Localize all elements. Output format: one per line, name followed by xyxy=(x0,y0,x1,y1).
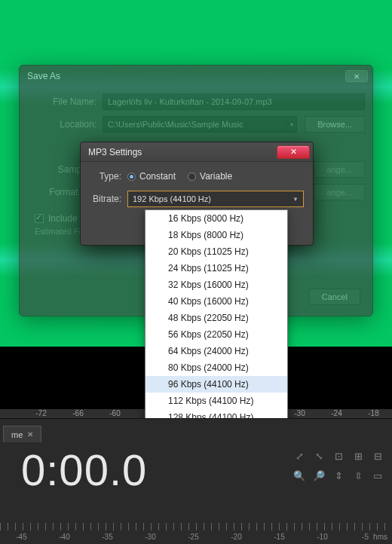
zoom-prev-icon[interactable]: ⊟ xyxy=(371,449,384,463)
bitrate-option[interactable]: 96 Kbps (44100 Hz) xyxy=(145,376,287,393)
bitrate-option[interactable]: 40 Kbps (16000 Hz) xyxy=(145,293,287,310)
radio-icon xyxy=(127,173,136,181)
zoom-sel-icon[interactable]: ⊞ xyxy=(351,449,365,463)
zoom-in-icon[interactable]: ⤢ xyxy=(292,449,306,463)
time-ruler: -45-40-35-30-25-20-15-10-5 hms xyxy=(0,518,392,541)
zoom-reset-icon[interactable]: ▭ xyxy=(371,469,384,482)
radio-icon xyxy=(188,173,196,181)
zoom-fit-icon[interactable]: ⊡ xyxy=(332,449,345,463)
bitrate-option[interactable]: 80 Kbps (24000 Hz) xyxy=(145,359,287,376)
chevron-down-icon: ▼ xyxy=(292,196,299,203)
mp3-title: MP3 Settings xyxy=(88,147,142,157)
zoom-toolbar: ⤢ ⤡ ⊡ ⊞ ⊟ 🔍 🔎 ⇕ ⇳ ▭ xyxy=(292,449,384,488)
time-unit-label: hms xyxy=(373,533,387,541)
cancel-button[interactable]: Cancel xyxy=(309,289,360,305)
file-name-label: File Name: xyxy=(27,96,103,107)
variable-radio[interactable]: Variable xyxy=(188,171,232,182)
close-icon[interactable]: ✕ xyxy=(345,70,368,82)
bitrate-option[interactable]: 24 Kbps (11025 Hz) xyxy=(145,260,287,277)
zoom-out-h-icon[interactable]: 🔎 xyxy=(312,469,326,482)
bitrate-option[interactable]: 32 Kbps (16000 Hz) xyxy=(145,277,287,293)
constant-radio[interactable]: Constant xyxy=(127,171,176,182)
bitrate-option[interactable]: 48 Kbps (22050 Hz) xyxy=(145,310,287,326)
bitrate-option[interactable]: 56 Kbps (22050 Hz) xyxy=(145,326,287,343)
location-input[interactable] xyxy=(103,116,286,133)
bitrate-option[interactable]: 64 Kbps (24000 Hz) xyxy=(145,343,287,359)
bitrate-option[interactable]: 112 Kbps (44100 Hz) xyxy=(145,393,287,409)
file-name-input[interactable] xyxy=(103,93,365,110)
location-dropdown-icon[interactable]: ▾ xyxy=(286,116,297,133)
bitrate-select[interactable]: 192 Kbps (44100 Hz) ▼ xyxy=(127,191,304,207)
browse-button[interactable]: Browse... xyxy=(305,116,365,133)
bitrate-option[interactable]: 20 Kbps (11025 Hz) xyxy=(145,243,287,260)
timeline-tab[interactable]: me ✕ xyxy=(3,426,41,442)
zoom-in-v-icon[interactable]: ⇕ xyxy=(332,469,345,482)
bitrate-option[interactable]: 18 Kbps (8000 Hz) xyxy=(145,227,287,243)
change-button-2[interactable]: ange... xyxy=(314,184,365,200)
zoom-out-icon[interactable]: ⤡ xyxy=(312,449,326,463)
current-time-display: 0:00.0 xyxy=(21,445,147,495)
zoom-in-h-icon[interactable]: 🔍 xyxy=(292,469,306,482)
type-label: Type: xyxy=(90,171,127,182)
bitrate-selected: 192 Kbps (44100 Hz) xyxy=(133,194,211,203)
change-button-1[interactable]: ange... xyxy=(314,161,365,178)
bitrate-option[interactable]: 16 Kbps (8000 Hz) xyxy=(145,210,287,227)
close-icon[interactable]: ✕ xyxy=(27,426,33,443)
close-icon[interactable]: ✕ xyxy=(277,145,310,159)
location-label: Location: xyxy=(27,119,103,130)
zoom-out-v-icon[interactable]: ⇳ xyxy=(351,469,365,482)
checkbox-icon xyxy=(35,214,44,223)
dialog-title: Save As xyxy=(27,71,60,81)
bitrate-label: Bitrate: xyxy=(90,194,127,204)
